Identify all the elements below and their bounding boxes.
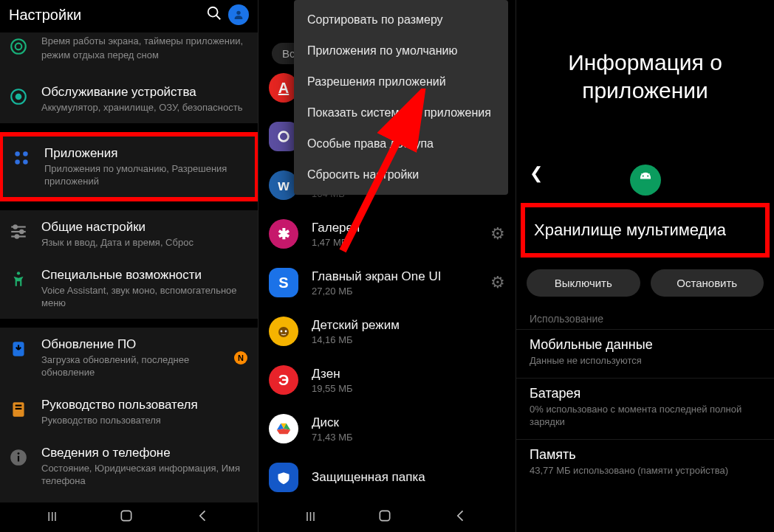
gear-icon[interactable]: ⚙ bbox=[490, 273, 505, 292]
nav-recent[interactable]: III bbox=[306, 511, 315, 524]
general-icon bbox=[7, 221, 30, 243]
header: Настройки bbox=[0, 0, 258, 32]
app-name: Хранилище мультимедиа bbox=[530, 221, 761, 240]
svg-point-16 bbox=[16, 235, 18, 238]
svg-line-1 bbox=[216, 15, 221, 19]
app-row-gallery[interactable]: ✱ Галерея 1,47 МБ ⚙ bbox=[258, 210, 516, 258]
apps-screen: Все Сортировать по размеру Приложения по… bbox=[258, 0, 516, 532]
svg-point-3 bbox=[11, 39, 26, 54]
app-row-kids[interactable]: Детский режим 14,16 МБ bbox=[258, 307, 516, 356]
app-row-oneui[interactable]: S Главный экран One UI 27,20 МБ ⚙ bbox=[258, 258, 516, 307]
force-stop-button[interactable]: Остановить bbox=[651, 269, 764, 297]
usage-section-label: Использование bbox=[516, 308, 774, 329]
svg-point-0 bbox=[208, 7, 218, 16]
nav-back[interactable] bbox=[453, 508, 468, 526]
app-row-zen[interactable]: Э Дзен 19,55 МБ bbox=[258, 356, 516, 404]
android-navbar: III bbox=[258, 502, 516, 532]
update-badge: N bbox=[234, 351, 247, 365]
svg-point-9 bbox=[15, 159, 19, 165]
app-name-highlight: Хранилище мультимедиа bbox=[521, 203, 770, 258]
settings-row-about[interactable]: Сведения о телефоне Состояние, Юридическ… bbox=[0, 436, 258, 497]
app-icon: Э bbox=[269, 365, 298, 395]
svg-rect-25 bbox=[121, 511, 131, 520]
detail-storage[interactable]: Память 43,77 МБ использовано (памяти уст… bbox=[516, 439, 774, 488]
app-icon: ✱ bbox=[269, 219, 298, 249]
gear-icon[interactable]: ⚙ bbox=[490, 224, 505, 243]
app-icon: S bbox=[269, 268, 298, 297]
svg-point-8 bbox=[23, 151, 27, 156]
app-icon bbox=[269, 317, 298, 346]
header: Информация о приложении bbox=[516, 0, 774, 119]
svg-point-38 bbox=[647, 176, 648, 177]
settings-list[interactable]: Время работы экрана, таймеры приложении,… bbox=[0, 32, 258, 502]
nav-home[interactable] bbox=[119, 508, 134, 526]
svg-point-2 bbox=[236, 11, 240, 15]
svg-point-29 bbox=[281, 331, 283, 333]
app-row-secure-folder[interactable]: Защищенная папка bbox=[258, 453, 516, 502]
android-navbar: III bbox=[0, 502, 258, 532]
app-icon bbox=[269, 463, 298, 492]
svg-point-37 bbox=[642, 176, 643, 177]
menu-reset-prefs[interactable]: Сбросить настройки bbox=[294, 159, 508, 190]
svg-point-10 bbox=[23, 159, 27, 165]
nav-recent[interactable]: III bbox=[47, 511, 57, 524]
svg-point-24 bbox=[18, 452, 20, 455]
page-title: Настройки bbox=[9, 7, 200, 24]
svg-rect-36 bbox=[380, 511, 389, 520]
apps-icon bbox=[10, 147, 32, 169]
accessibility-icon bbox=[7, 269, 30, 291]
settings-row-update[interactable]: Обновление ПО Загрузка обновлений, после… bbox=[0, 328, 258, 388]
search-icon[interactable] bbox=[206, 5, 222, 25]
settings-row-accessibility[interactable]: Специальные возможности Voice Assistant,… bbox=[0, 258, 258, 319]
svg-point-17 bbox=[17, 272, 20, 274]
page-title: Информация о приложении bbox=[534, 49, 756, 104]
settings-row-wellbeing[interactable]: Время работы экрана, таймеры приложении,… bbox=[0, 32, 258, 75]
svg-rect-23 bbox=[18, 455, 19, 461]
settings-row-device-care[interactable]: Обслуживание устройства Аккумулятор, хра… bbox=[0, 75, 258, 123]
android-app-icon bbox=[630, 165, 661, 196]
svg-point-28 bbox=[278, 327, 289, 337]
back-icon[interactable]: ❮ bbox=[530, 164, 543, 183]
settings-row-developer[interactable]: Параметры разработчика Параметры разрабо… bbox=[0, 496, 258, 502]
menu-show-system-apps[interactable]: Показать системные приложения bbox=[294, 97, 508, 128]
disable-button[interactable]: Выключить bbox=[527, 269, 640, 297]
svg-point-14 bbox=[14, 225, 17, 228]
nav-home[interactable] bbox=[377, 508, 392, 526]
svg-point-30 bbox=[285, 331, 287, 333]
menu-default-apps[interactable]: Приложения по умолчанию bbox=[294, 35, 508, 66]
info-icon bbox=[7, 446, 30, 469]
menu-app-permissions[interactable]: Разрешения приложений bbox=[294, 66, 508, 97]
menu-special-access[interactable]: Особые права доступа bbox=[294, 128, 508, 159]
device-care-icon bbox=[7, 86, 30, 108]
settings-row-manual[interactable]: Руководство пользователя Руководство пол… bbox=[0, 388, 258, 436]
svg-rect-21 bbox=[16, 407, 22, 409]
detail-mobile-data[interactable]: Мобильные данные Данные не используются bbox=[516, 329, 774, 378]
settings-row-general[interactable]: Общие настройки Язык и ввод, Дата и врем… bbox=[0, 210, 258, 258]
svg-rect-20 bbox=[16, 404, 22, 406]
svg-point-15 bbox=[20, 230, 23, 233]
svg-point-27 bbox=[279, 132, 289, 142]
profile-avatar[interactable] bbox=[228, 4, 249, 25]
app-row-drive[interactable]: Диск 71,43 МБ bbox=[258, 404, 516, 453]
update-icon bbox=[7, 338, 30, 360]
overflow-menu: Сортировать по размеру Приложения по умо… bbox=[294, 0, 508, 195]
app-icon bbox=[269, 414, 298, 443]
app-info-screen: Информация о приложении ❮ Хранилище муль… bbox=[516, 0, 774, 532]
detail-battery[interactable]: Батарея 0% использовано с момента послед… bbox=[516, 378, 774, 439]
svg-point-6 bbox=[16, 94, 21, 100]
nav-back[interactable] bbox=[196, 508, 210, 526]
svg-point-4 bbox=[16, 44, 22, 50]
wellbeing-icon bbox=[7, 35, 30, 58]
settings-row-apps[interactable]: Приложения Приложения по умолчанию, Разр… bbox=[3, 137, 255, 197]
menu-sort-by-size[interactable]: Сортировать по размеру bbox=[294, 4, 508, 35]
manual-icon bbox=[7, 398, 30, 421]
svg-point-7 bbox=[15, 151, 19, 156]
settings-screen: Настройки Время работы экрана, таймеры п… bbox=[0, 0, 258, 532]
